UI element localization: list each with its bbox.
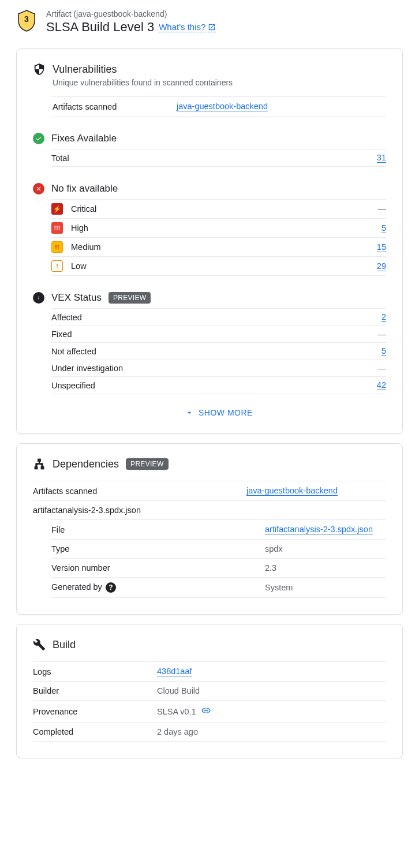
build-row: BuilderCloud Build xyxy=(33,681,386,700)
build-card: Build Logs438d1aafBuilderCloud BuildProv… xyxy=(16,624,403,758)
severity-row: !!!High5 xyxy=(51,218,386,237)
dependency-value[interactable]: artifactanalysis-2-3.spdx.json xyxy=(265,525,373,534)
build-key: Logs xyxy=(33,667,157,676)
fixes-total-label: Total xyxy=(51,154,377,163)
vex-count[interactable]: 2 xyxy=(381,312,386,322)
chevron-down-icon xyxy=(185,408,194,417)
severity-count[interactable]: 29 xyxy=(377,261,386,271)
build-key: Provenance xyxy=(33,707,157,716)
no-fix-title: No fix available xyxy=(51,183,118,194)
build-value[interactable]: 438d1aaf xyxy=(157,667,192,676)
vex-label: Affected xyxy=(51,313,381,322)
preview-badge: PREVIEW xyxy=(109,292,151,304)
help-icon[interactable]: ? xyxy=(106,582,116,593)
dependency-row: Fileartifactanalysis-2-3.spdx.json xyxy=(51,519,386,539)
severity-row: !Low29 xyxy=(51,256,386,276)
build-key: Completed xyxy=(33,727,157,736)
dependency-key: Version number xyxy=(51,563,265,573)
vex-row: Affected2 xyxy=(51,308,386,326)
shield-icon xyxy=(33,63,46,76)
vex-count: — xyxy=(378,330,387,339)
severity-count: — xyxy=(378,204,387,214)
vex-label: Fixed xyxy=(51,330,378,339)
dependency-value: 2.3 xyxy=(265,563,276,573)
wrench-icon xyxy=(33,638,46,651)
dependencies-title: Dependencies xyxy=(53,458,119,470)
severity-label: Critical xyxy=(71,204,378,214)
hierarchy-icon xyxy=(33,458,46,470)
severity-label: High xyxy=(71,223,381,233)
build-key: Builder xyxy=(33,686,157,695)
dependency-key: Generated by? xyxy=(51,582,265,593)
medium-severity-icon: !! xyxy=(51,241,63,253)
build-title: Build xyxy=(53,639,76,651)
vex-row: Not affected5 xyxy=(51,342,386,360)
dependency-key: File xyxy=(51,525,265,534)
severity-count[interactable]: 15 xyxy=(377,242,386,252)
low-severity-icon: ! xyxy=(51,260,63,272)
vex-row: Unspecified42 xyxy=(51,376,386,394)
severity-row: ⚡Critical— xyxy=(51,199,386,218)
artifact-label: Artifact (java-guestbook-backend) xyxy=(46,9,403,18)
fixes-total-count[interactable]: 31 xyxy=(377,153,386,163)
severity-label: Medium xyxy=(71,242,377,252)
build-value: 2 days ago xyxy=(157,727,198,736)
dependency-value: spdx xyxy=(265,544,283,553)
vex-count: — xyxy=(378,364,387,373)
dependency-row: Version number2.3 xyxy=(51,558,386,577)
critical-severity-icon: ⚡ xyxy=(51,203,63,215)
dependency-row: Typespdx xyxy=(51,539,386,558)
svg-rect-1 xyxy=(38,459,41,462)
artifacts-scanned-label: Artifacts scanned xyxy=(53,102,177,111)
vex-row: Under investigation— xyxy=(51,360,386,376)
high-severity-icon: !!! xyxy=(51,222,63,234)
build-value: Cloud Build xyxy=(157,686,200,695)
build-row: Logs438d1aaf xyxy=(33,661,386,681)
severity-label: Low xyxy=(71,261,377,271)
svg-text:3: 3 xyxy=(24,14,29,24)
build-row: Completed2 days ago xyxy=(33,722,386,742)
show-more-button[interactable]: SHOW MORE xyxy=(51,408,386,417)
fixes-available-title: Fixes Available xyxy=(51,133,117,144)
vex-row: Fixed— xyxy=(51,326,386,342)
deps-artifacts-scanned-link[interactable]: java-guestbook-backend xyxy=(246,486,338,496)
dependency-value: System xyxy=(265,583,293,592)
vex-label: Unspecified xyxy=(51,381,377,390)
dependency-row: Generated by?System xyxy=(51,577,386,598)
vex-status-title: VEX Status xyxy=(51,292,102,304)
svg-rect-3 xyxy=(41,467,44,470)
vulnerabilities-title: Vulnerabilities xyxy=(53,63,117,76)
vex-label: Not affected xyxy=(51,347,381,356)
build-value: SLSA v0.1 xyxy=(157,707,196,716)
preview-badge: PREVIEW xyxy=(126,458,168,470)
whats-this-link[interactable]: What's this? xyxy=(159,22,216,32)
link-chain-icon[interactable] xyxy=(201,705,211,717)
deps-artifacts-scanned-label: Artifacts scanned xyxy=(33,487,246,496)
slsa-header: 3 Artifact (java-guestbook-backend) SLSA… xyxy=(0,5,419,44)
dependencies-card: Dependencies PREVIEW Artifacts scanned j… xyxy=(16,443,403,615)
x-circle-icon xyxy=(33,183,44,194)
artifacts-scanned-link[interactable]: java-guestbook-backend xyxy=(177,102,268,111)
svg-rect-2 xyxy=(35,467,38,470)
spdx-filename-header: artifactanalysis-2-3.spdx.json xyxy=(33,500,386,519)
build-row: ProvenanceSLSA v0.1 xyxy=(33,700,386,722)
severity-count[interactable]: 5 xyxy=(381,223,386,233)
vex-count[interactable]: 42 xyxy=(377,380,386,390)
slsa-shield-icon: 3 xyxy=(16,9,37,32)
vex-label: Under investigation xyxy=(51,364,378,373)
slsa-title: SLSA Build Level 3 xyxy=(46,20,154,35)
dependency-key: Type xyxy=(51,544,265,553)
severity-row: !!Medium15 xyxy=(51,237,386,256)
info-circle-icon xyxy=(33,292,44,304)
check-circle-icon xyxy=(33,133,44,144)
vex-count[interactable]: 5 xyxy=(381,346,386,356)
vulnerabilities-subtitle: Unique vulnerabilities found in scanned … xyxy=(53,78,386,87)
external-link-icon xyxy=(208,23,216,31)
vulnerabilities-card: Vulnerabilities Unique vulnerabilities f… xyxy=(16,48,403,434)
